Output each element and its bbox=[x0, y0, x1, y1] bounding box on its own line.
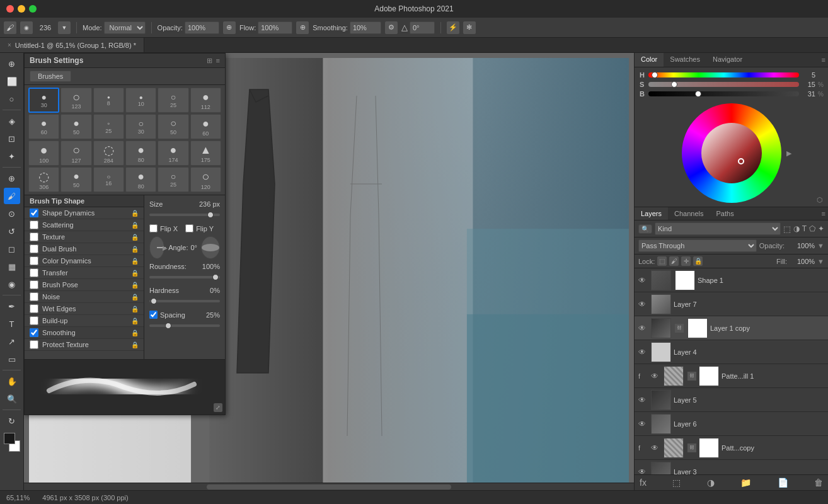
document-tab[interactable]: × Untitled-1 @ 65,1% (Group 1, RGB/8) * bbox=[0, 38, 144, 52]
angle-arrow-icon[interactable]: ▶ bbox=[163, 244, 168, 251]
dual-brush-row[interactable]: Dual Brush 🔒 bbox=[25, 243, 144, 255]
preset-item-10[interactable]: ○ 50 bbox=[158, 114, 188, 139]
channels-tab[interactable]: Channels bbox=[668, 207, 710, 220]
preset-item-19[interactable]: ● 50 bbox=[60, 167, 91, 192]
new-group-btn[interactable]: 📁 bbox=[740, 478, 751, 488]
preset-item-16[interactable]: ● 174 bbox=[158, 140, 188, 166]
preset-item-14[interactable]: ◌ 284 bbox=[93, 140, 124, 166]
expand-panel-icon[interactable]: ⊞ bbox=[207, 57, 212, 65]
wet-edges-check[interactable] bbox=[30, 304, 38, 313]
smoothing-settings-icon[interactable]: ⚙ bbox=[385, 21, 398, 34]
flip-y-label[interactable]: Flip Y bbox=[185, 224, 214, 232]
lock-position-btn[interactable]: ✛ bbox=[681, 256, 691, 266]
shape-dynamics-check[interactable] bbox=[30, 209, 38, 217]
shape-filter-icon[interactable]: ⬠ bbox=[809, 224, 815, 233]
preset-item-18[interactable]: ◌ 306 bbox=[28, 167, 59, 192]
layer-eye-5[interactable]: 👁 bbox=[638, 396, 648, 404]
transfer-row[interactable]: Transfer 🔒 bbox=[25, 267, 144, 279]
lock-image-btn[interactable]: 🖌 bbox=[669, 256, 679, 266]
layer-7[interactable]: 👁 Layer 7 bbox=[635, 292, 828, 316]
roundness-thumb[interactable] bbox=[212, 274, 219, 280]
roundness-dial[interactable] bbox=[201, 236, 220, 259]
panel-menu-icon[interactable]: ≡ bbox=[216, 57, 220, 64]
roundness-slider[interactable] bbox=[149, 273, 220, 282]
preset-item-23[interactable]: ○ 120 bbox=[190, 167, 221, 192]
mode-select[interactable]: Normal bbox=[104, 21, 146, 34]
layer-eye-shape1[interactable]: 👁 bbox=[638, 276, 648, 285]
flip-y-check[interactable] bbox=[185, 224, 193, 232]
text-tool[interactable]: T bbox=[4, 316, 20, 332]
color-tab[interactable]: Color bbox=[635, 53, 664, 67]
delete-layer-btn[interactable]: 🗑 bbox=[814, 478, 823, 488]
navigator-tab[interactable]: Navigator bbox=[706, 53, 749, 67]
hand-tool[interactable]: ✋ bbox=[4, 373, 20, 389]
hardness-slider[interactable] bbox=[149, 297, 220, 306]
preset-item-3[interactable]: ● 10 bbox=[125, 88, 156, 113]
saturation-slider[interactable] bbox=[648, 82, 799, 87]
layer-fx-btn[interactable]: fx bbox=[640, 478, 647, 488]
hardness-thumb[interactable] bbox=[151, 298, 157, 304]
size-thumb[interactable] bbox=[207, 212, 214, 218]
shape-tool[interactable]: ▭ bbox=[4, 351, 20, 367]
layer-5[interactable]: 👁 Layer 5 bbox=[635, 388, 828, 412]
layers-kind-dropdown[interactable]: Kind bbox=[655, 222, 781, 235]
layer-pattern1[interactable]: f 👁 ⛓ Patte...ill 1 bbox=[635, 364, 828, 388]
layer-3[interactable]: 👁 Layer 3 bbox=[635, 460, 828, 474]
move-tool[interactable]: ⊕ bbox=[4, 55, 20, 72]
brush-pose-check[interactable] bbox=[30, 280, 38, 289]
preset-item-7[interactable]: ● 50 bbox=[60, 114, 91, 139]
brush-preset-picker[interactable]: ▼ bbox=[58, 21, 71, 34]
texture-check[interactable] bbox=[30, 232, 38, 241]
layers-tab[interactable]: Layers bbox=[635, 207, 668, 220]
hue-slider[interactable] bbox=[648, 72, 799, 77]
mandala-icon[interactable]: ✻ bbox=[463, 21, 476, 34]
rectangular-marquee-tool[interactable]: ⬜ bbox=[4, 73, 20, 89]
lasso-tool[interactable]: ○ bbox=[4, 91, 20, 107]
paths-tab[interactable]: Paths bbox=[710, 207, 740, 220]
dual-brush-check[interactable] bbox=[30, 244, 38, 253]
add-mask-btn[interactable]: ⬚ bbox=[672, 478, 681, 488]
color-swatches[interactable] bbox=[4, 433, 20, 452]
history-brush-tool[interactable]: ↺ bbox=[4, 223, 20, 239]
buildup-check[interactable] bbox=[30, 316, 38, 325]
layers-menu-icon[interactable]: ≡ bbox=[822, 210, 825, 217]
texture-row[interactable]: Texture 🔒 bbox=[25, 231, 144, 243]
layer-eye-7[interactable]: 👁 bbox=[638, 300, 648, 309]
color-triangle[interactable] bbox=[701, 123, 762, 183]
type-filter-icon[interactable]: T bbox=[802, 224, 807, 233]
layer-6[interactable]: 👁 Layer 6 bbox=[635, 412, 828, 436]
spacing-check[interactable] bbox=[149, 311, 158, 319]
scrollbar-thumb[interactable] bbox=[207, 484, 451, 490]
protect-texture-check[interactable] bbox=[30, 340, 38, 349]
noise-row[interactable]: Noise 🔒 bbox=[25, 291, 144, 303]
angle-dial[interactable]: ▶ bbox=[149, 236, 164, 259]
layer-eye-4[interactable]: 👁 bbox=[638, 348, 648, 357]
color-wheel[interactable]: ▶ bbox=[682, 103, 781, 203]
flow-settings-icon[interactable]: ⊕ bbox=[296, 21, 309, 34]
preset-item-6[interactable]: ● 60 bbox=[28, 114, 59, 139]
brightness-slider[interactable] bbox=[648, 91, 799, 96]
color-mode-arrow[interactable]: ▶ bbox=[786, 149, 791, 158]
layers-search-box[interactable]: 🔍 bbox=[638, 224, 652, 234]
smoothing-row[interactable]: Smoothing 🔒 bbox=[25, 327, 144, 339]
layer-4[interactable]: 👁 Layer 4 bbox=[635, 340, 828, 364]
layer-eye-3[interactable]: 👁 bbox=[638, 467, 648, 475]
lock-transparent-btn[interactable]: ⬚ bbox=[657, 256, 667, 266]
smoothing-check[interactable] bbox=[30, 328, 38, 337]
scattering-row[interactable]: Scattering 🔒 bbox=[25, 219, 144, 231]
color-cursor[interactable] bbox=[738, 158, 744, 164]
zoom-tool[interactable]: 🔍 bbox=[4, 391, 20, 407]
fill-dropdown-icon[interactable]: ▼ bbox=[817, 258, 824, 265]
preset-item-0[interactable]: ● 30 bbox=[28, 88, 59, 113]
brush-tip-shape-header[interactable]: Brush Tip Shape bbox=[25, 195, 144, 207]
preset-item-17[interactable]: ▲ 175 bbox=[190, 140, 221, 166]
opacity-dropdown-icon[interactable]: ▼ bbox=[817, 242, 824, 249]
preset-item-11[interactable]: ● 60 bbox=[190, 114, 221, 139]
maximize-button[interactable] bbox=[29, 5, 37, 13]
flip-x-check[interactable] bbox=[149, 224, 158, 232]
color-panel-menu-icon[interactable]: ≡ bbox=[822, 56, 825, 64]
preset-item-22[interactable]: ○ 25 bbox=[158, 167, 188, 192]
airbrush-icon[interactable]: ⊕ bbox=[223, 21, 236, 34]
brush-tool[interactable]: 🖌 bbox=[4, 188, 20, 204]
object-selection-tool[interactable]: ◈ bbox=[4, 113, 20, 129]
